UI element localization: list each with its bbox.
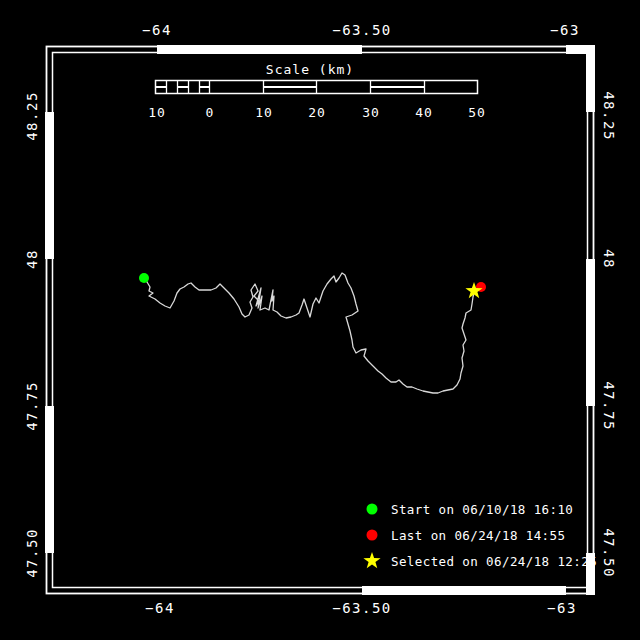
- track-map-svg: −64−63.50−63−64−63.50−6348.254847.7547.5…: [0, 0, 640, 640]
- track-map-page: −64−63.50−63−64−63.50−6348.254847.7547.5…: [0, 0, 640, 640]
- scale-bar-tick-label: 10: [255, 105, 273, 120]
- y-axis-tick-label-left: 47.75: [24, 381, 40, 431]
- scale-bar-tick-label: 50: [468, 105, 486, 120]
- y-axis-tick-label-left: 48.25: [24, 91, 40, 141]
- x-axis-tick-label-top: −63: [550, 22, 580, 38]
- legend-selected-label: Selected on 06/24/18 12:25: [391, 554, 597, 569]
- scale-bar-tick-label: 40: [415, 105, 433, 120]
- scale-bar-tick-label: 10: [148, 105, 166, 120]
- x-axis-tick-label-top: −63.50: [332, 22, 392, 38]
- legend-start-icon: [367, 504, 378, 515]
- legend-selected-icon: [363, 552, 380, 568]
- scale-bar: Scale (km)1001020304050: [148, 62, 486, 120]
- frame-fill-segment: [586, 259, 595, 406]
- track-polyline: [144, 273, 481, 393]
- y-axis-tick-label-right: 48: [601, 249, 617, 269]
- scale-bar-tick-label: 20: [308, 105, 326, 120]
- frame-fill-segment: [157, 45, 362, 54]
- legend: Start on 06/10/18 16:10Last on 06/24/18 …: [363, 502, 597, 569]
- y-axis-tick-label-right: 47.50: [601, 528, 617, 578]
- frame-fill-segment: [362, 586, 566, 595]
- x-axis-tick-label-bottom: −63: [547, 600, 577, 616]
- x-axis-tick-label-bottom: −63.50: [332, 600, 392, 616]
- start-marker-icon: [139, 273, 149, 283]
- y-axis-tick-label-left: 47.50: [24, 528, 40, 578]
- gps-track: [144, 273, 481, 393]
- frame-fill-segment: [586, 46, 595, 112]
- legend-start-label: Start on 06/10/18 16:10: [391, 502, 573, 517]
- x-axis-tick-label-top: −64: [142, 22, 172, 38]
- y-axis-tick-label-left: 48: [24, 249, 40, 269]
- scale-bar-title: Scale (km): [266, 62, 354, 77]
- scale-bar-tick-label: 30: [362, 105, 380, 120]
- x-axis-tick-label-bottom: −64: [145, 600, 175, 616]
- y-axis-tick-label-right: 48.25: [601, 91, 617, 141]
- frame-fill-segment: [45, 112, 54, 259]
- scale-bar-tick-label: 0: [206, 105, 215, 120]
- y-axis-tick-label-right: 47.75: [601, 381, 617, 431]
- legend-last-icon: [367, 530, 378, 541]
- frame-fill-segment: [45, 406, 54, 553]
- legend-last-label: Last on 06/24/18 14:55: [391, 528, 565, 543]
- track-markers: [139, 273, 486, 298]
